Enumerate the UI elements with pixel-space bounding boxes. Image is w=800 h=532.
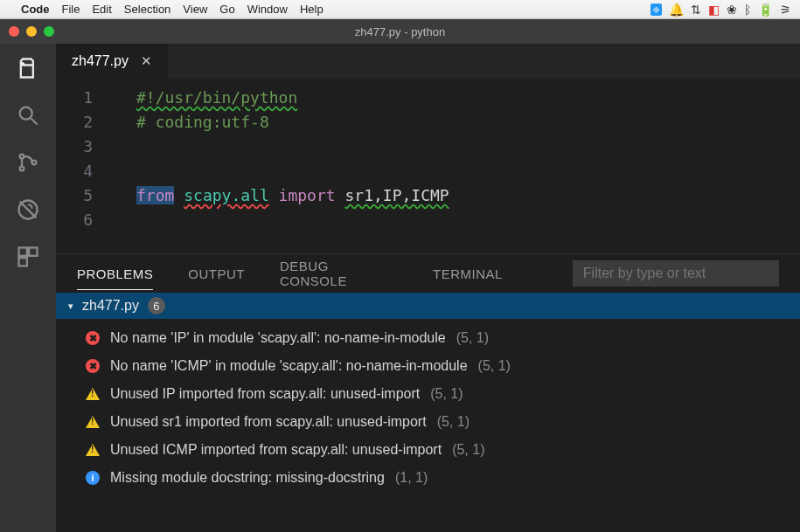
problem-message: Unused ICMP imported from scapy.all: unu… bbox=[110, 442, 442, 458]
tab-close-icon[interactable]: ✕ bbox=[141, 53, 152, 69]
search-icon[interactable] bbox=[16, 103, 40, 128]
problems-list: ✖No name 'IP' in module 'scapy.all': no-… bbox=[56, 319, 800, 492]
info-icon: i bbox=[86, 471, 100, 485]
svg-rect-7 bbox=[19, 258, 27, 266]
code-line[interactable] bbox=[136, 159, 800, 183]
error-icon: ✖ bbox=[86, 331, 100, 345]
code-editor[interactable]: 123456 #!/usr/bin/python# coding:utf-8fr… bbox=[56, 79, 800, 253]
menu-window[interactable]: Window bbox=[247, 3, 288, 16]
chevron-down-icon: ▾ bbox=[68, 301, 73, 312]
tab-zh477[interactable]: zh477.py ✕ bbox=[56, 44, 169, 79]
code-content[interactable]: #!/usr/bin/python# coding:utf-8from scap… bbox=[136, 86, 800, 232]
battery-icon[interactable]: 🔋 bbox=[758, 3, 773, 17]
problem-location: (5, 1) bbox=[452, 442, 484, 458]
window-close-button[interactable] bbox=[9, 26, 19, 37]
menu-view[interactable]: View bbox=[183, 3, 207, 16]
window-zoom-button[interactable] bbox=[44, 26, 54, 37]
problem-location: (1, 1) bbox=[395, 470, 428, 486]
code-line[interactable] bbox=[136, 135, 800, 159]
bluetooth-icon[interactable]: ⎆ bbox=[650, 3, 662, 16]
problem-message: No name 'IP' in module 'scapy.all': no-n… bbox=[110, 330, 446, 346]
panel-tab-terminal[interactable]: TERMINAL bbox=[433, 266, 503, 281]
problem-message: Unused IP imported from scapy.all: unuse… bbox=[110, 386, 420, 402]
problems-file-name: zh477.py bbox=[82, 298, 139, 314]
line-number: 2 bbox=[56, 110, 108, 135]
tab-label: zh477.py bbox=[72, 53, 129, 69]
problem-location: (5, 1) bbox=[478, 358, 511, 374]
problems-filter-input[interactable] bbox=[573, 260, 779, 287]
menu-edit[interactable]: Edit bbox=[92, 3, 111, 16]
panel-tab-debug-console[interactable]: DEBUG CONSOLE bbox=[280, 259, 398, 288]
problem-location: (5, 1) bbox=[437, 414, 470, 430]
explorer-icon[interactable] bbox=[16, 56, 40, 80]
window-minimize-button[interactable] bbox=[26, 26, 37, 37]
problem-item[interactable]: ✖No name 'ICMP' in module 'scapy.all': n… bbox=[86, 352, 800, 380]
app-name[interactable]: Code bbox=[21, 3, 50, 16]
panel-tabs: PROBLEMS OUTPUT DEBUG CONSOLE TERMINAL bbox=[56, 254, 800, 293]
line-number: 3 bbox=[56, 135, 108, 159]
problem-message: Missing module docstring: missing-docstr… bbox=[110, 470, 385, 486]
svg-point-0 bbox=[20, 107, 32, 120]
titlebar: zh477.py - python bbox=[0, 19, 800, 44]
problem-item[interactable]: iMissing module docstring: missing-docst… bbox=[86, 464, 800, 492]
problems-count-badge: 6 bbox=[148, 297, 165, 314]
sync-icon[interactable]: ⇅ bbox=[691, 3, 701, 17]
wifi-icon[interactable]: ⚞ bbox=[780, 3, 791, 17]
error-icon: ✖ bbox=[86, 359, 100, 373]
svg-point-1 bbox=[20, 155, 24, 159]
problem-location: (5, 1) bbox=[430, 386, 463, 402]
source-control-icon[interactable] bbox=[16, 150, 40, 175]
panel-tab-output[interactable]: OUTPUT bbox=[188, 266, 245, 281]
svg-rect-6 bbox=[29, 248, 37, 256]
code-line[interactable]: #!/usr/bin/python bbox=[136, 86, 800, 110]
activity-bar bbox=[0, 44, 56, 532]
code-line[interactable] bbox=[136, 208, 800, 232]
line-number: 1 bbox=[56, 86, 108, 110]
bluetooth-status-icon[interactable]: ᛒ bbox=[744, 3, 751, 17]
bell-icon[interactable]: 🔔 bbox=[669, 3, 684, 17]
problem-location: (5, 1) bbox=[456, 330, 489, 346]
macos-menubar: Code File Edit Selection View Go Window … bbox=[0, 0, 800, 19]
menu-go[interactable]: Go bbox=[219, 3, 234, 16]
problem-item[interactable]: Unused ICMP imported from scapy.all: unu… bbox=[86, 436, 800, 464]
menu-help[interactable]: Help bbox=[300, 3, 323, 16]
problem-item[interactable]: Unused sr1 imported from scapy.all: unus… bbox=[86, 408, 800, 436]
wechat-icon[interactable]: ❀ bbox=[727, 3, 737, 17]
window-title: zh477.py - python bbox=[0, 25, 800, 38]
code-line[interactable]: # coding:utf-8 bbox=[136, 110, 800, 135]
line-number: 6 bbox=[56, 208, 108, 232]
svg-point-2 bbox=[20, 167, 24, 171]
problem-item[interactable]: Unused IP imported from scapy.all: unuse… bbox=[86, 380, 800, 408]
line-number: 4 bbox=[56, 159, 108, 183]
panel-tab-problems[interactable]: PROBLEMS bbox=[77, 266, 153, 281]
bottom-panel: PROBLEMS OUTPUT DEBUG CONSOLE TERMINAL ▾… bbox=[56, 253, 800, 532]
warning-icon bbox=[86, 388, 100, 400]
debug-icon[interactable] bbox=[16, 197, 40, 222]
extensions-icon[interactable] bbox=[16, 245, 40, 269]
warning-icon bbox=[86, 444, 100, 456]
problems-file-row[interactable]: ▾ zh477.py 6 bbox=[56, 293, 800, 319]
problem-item[interactable]: ✖No name 'IP' in module 'scapy.all': no-… bbox=[86, 324, 800, 352]
line-gutter: 123456 bbox=[56, 86, 108, 232]
menu-selection[interactable]: Selection bbox=[124, 3, 170, 16]
warning-icon bbox=[86, 416, 100, 428]
line-number: 5 bbox=[56, 183, 108, 208]
menu-file[interactable]: File bbox=[62, 3, 80, 16]
vscode-window: zh477.py - python zh477.py ✕ 123456 #!/u… bbox=[0, 19, 800, 532]
window-controls bbox=[0, 26, 54, 37]
problem-message: No name 'ICMP' in module 'scapy.all': no… bbox=[110, 358, 468, 374]
problem-message: Unused sr1 imported from scapy.all: unus… bbox=[110, 414, 427, 430]
app-tray-icon[interactable]: ◧ bbox=[708, 3, 720, 17]
svg-rect-5 bbox=[19, 248, 27, 256]
editor-tabs: zh477.py ✕ bbox=[56, 44, 800, 79]
code-line[interactable]: from scapy.all import sr1,IP,ICMP bbox=[136, 183, 800, 208]
